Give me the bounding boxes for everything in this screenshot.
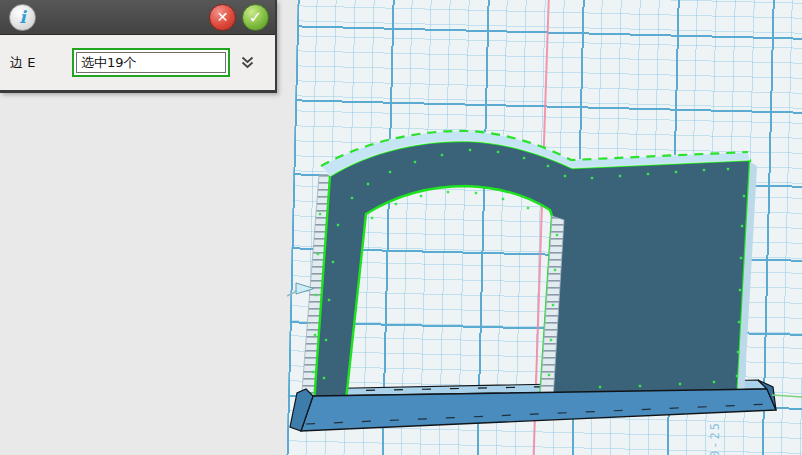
confirm-check-icon: ✓ xyxy=(249,8,262,27)
info-icon: i xyxy=(9,4,36,31)
dialog-titlebar[interactable]: i ✕ ✓ xyxy=(0,0,275,35)
cancel-button[interactable]: ✕ xyxy=(209,4,236,31)
selection-count-value: 选中19个 xyxy=(81,55,137,70)
base-front-face[interactable] xyxy=(301,389,776,431)
arch-wall-face[interactable] xyxy=(314,141,750,403)
cad-window: 0-25 i ✕ ✓ 边 E 选中19个 xyxy=(0,0,802,455)
dialog-body: 边 E 选中19个 xyxy=(0,35,275,90)
grid-coordinate-label: 0-25 xyxy=(708,396,722,455)
confirm-button[interactable]: ✓ xyxy=(242,4,269,31)
horizontal-axis-line xyxy=(772,395,802,397)
edge-selection-dialog: i ✕ ✓ 边 E 选中19个 xyxy=(0,0,277,93)
selection-count-field[interactable]: 选中19个 xyxy=(72,48,230,77)
cancel-x-icon: ✕ xyxy=(217,9,229,25)
double-chevron-down-icon[interactable] xyxy=(240,55,255,70)
edge-field-label: 边 E xyxy=(10,54,72,72)
info-glyph: i xyxy=(19,7,25,27)
